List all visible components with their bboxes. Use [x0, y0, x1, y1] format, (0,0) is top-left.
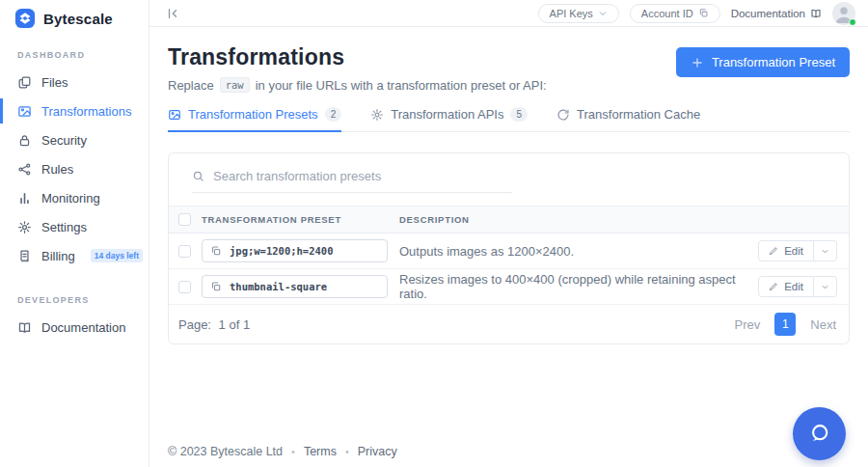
receipt-icon — [17, 249, 32, 263]
copy-icon[interactable] — [210, 245, 222, 257]
refresh-cache-icon — [556, 108, 570, 122]
api-keys-label: API Keys — [550, 8, 593, 19]
row-actions: Edit — [758, 240, 837, 261]
pencil-icon — [769, 246, 778, 256]
brand-name: Bytescale — [43, 11, 113, 27]
sidebar-item-billing[interactable]: Billing 14 days left — [0, 241, 149, 270]
sidebar: Bytescale DASHBOARD Files Transformation… — [0, 0, 149, 467]
edit-label: Edit — [784, 281, 803, 292]
select-all-checkbox[interactable] — [178, 213, 191, 226]
copy-icon — [698, 8, 709, 18]
subtitle-prefix: Replace — [168, 78, 214, 93]
table-row: thumbnail-square Resizes images to 400×4… — [169, 269, 849, 305]
trial-badge: 14 days left — [91, 249, 143, 262]
sidebar-item-files[interactable]: Files — [0, 68, 149, 96]
search-box — [192, 169, 512, 193]
sidebar-item-security[interactable]: Security — [0, 125, 149, 154]
sidebar-item-rules[interactable]: Rules — [0, 154, 149, 183]
tab-label: Transformation APIs — [391, 107, 503, 122]
avatar[interactable] — [832, 2, 855, 25]
edit-dropdown-button[interactable] — [814, 240, 837, 261]
row-checkbox[interactable] — [178, 281, 191, 293]
tab-label: Transformation Cache — [577, 107, 700, 122]
book-icon — [17, 320, 32, 335]
sidebar-item-transformations[interactable]: Transformations — [0, 96, 149, 125]
subtitle-suffix: in your file URLs with a transformation … — [256, 78, 547, 93]
privacy-link[interactable]: Privacy — [358, 445, 397, 458]
terms-link[interactable]: Terms — [304, 445, 337, 458]
pagination: Page: 1 of 1 Prev 1 Next — [169, 305, 849, 343]
help-chat-button[interactable] — [793, 407, 846, 460]
edit-dropdown-button[interactable] — [814, 276, 837, 297]
page-number-button[interactable]: 1 — [774, 313, 796, 336]
brand[interactable]: Bytescale — [0, 0, 149, 29]
online-status-dot — [849, 18, 856, 26]
tab-count-badge: 5 — [510, 107, 528, 122]
files-icon — [17, 75, 32, 90]
tab-transformation-cache[interactable]: Transformation Cache — [556, 107, 700, 131]
next-page-button[interactable]: Next — [810, 317, 836, 332]
sidebar-item-monitoring[interactable]: Monitoring — [0, 183, 149, 212]
sidebar-section-developers: DEVELOPERS — [17, 295, 149, 305]
sidebar-item-label: Settings — [41, 220, 87, 234]
bytescale-logo-icon — [14, 8, 36, 29]
preset-value: thumbnail-square — [230, 281, 327, 292]
footer: © 2023 Bytescale Ltd • Terms • Privacy — [168, 445, 397, 458]
sidebar-section-dashboard: DASHBOARD — [17, 50, 149, 60]
documentation-label: Documentation — [731, 8, 805, 19]
tab-bar: Transformation Presets 2 Transformation … — [168, 107, 850, 132]
sidebar-item-label: Documentation — [41, 320, 125, 335]
share-branch-icon — [17, 162, 32, 177]
collapse-sidebar-icon[interactable] — [166, 7, 179, 20]
column-header-description: DESCRIPTION — [399, 214, 849, 225]
topbar: API Keys Account ID Documentation — [149, 0, 868, 27]
bar-chart-icon — [17, 191, 32, 206]
preset-description: Outputs images as 1200×2400. — [399, 244, 758, 259]
copy-icon[interactable] — [210, 281, 222, 292]
table-header: TRANSFORMATION PRESET DESCRIPTION — [169, 206, 849, 234]
bullet-separator: • — [291, 446, 295, 457]
api-keys-button[interactable]: API Keys — [538, 4, 619, 23]
account-id-label: Account ID — [641, 8, 693, 19]
tab-transformation-presets[interactable]: Transformation Presets 2 — [168, 107, 341, 131]
pencil-icon — [769, 282, 778, 291]
book-icon — [810, 8, 822, 19]
plus-icon — [691, 56, 704, 69]
page-indicator: Page: 1 of 1 — [178, 317, 250, 332]
row-checkbox[interactable] — [178, 245, 191, 258]
tab-transformation-apis[interactable]: Transformation APIs 5 — [370, 107, 528, 131]
presets-card: TRANSFORMATION PRESET DESCRIPTION jpg;w=… — [168, 152, 850, 344]
gear-icon — [17, 220, 32, 234]
add-transformation-preset-button[interactable]: Transformation Preset — [676, 47, 850, 77]
page-title: Transformations — [168, 44, 547, 70]
lock-icon — [17, 133, 32, 148]
search-icon — [192, 170, 204, 182]
main-content: Transformations Replace raw in your file… — [149, 27, 868, 467]
preset-value-box[interactable]: jpg;w=1200;h=2400 — [202, 239, 388, 262]
documentation-link[interactable]: Documentation — [731, 8, 822, 19]
sidebar-item-label: Rules — [41, 162, 73, 177]
page-value: 1 of 1 — [219, 317, 251, 332]
sidebar-item-documentation[interactable]: Documentation — [0, 313, 149, 342]
tab-count-badge: 2 — [325, 107, 342, 122]
account-id-button[interactable]: Account ID — [630, 4, 720, 23]
page-subtitle: Replace raw in your file URLs with a tra… — [168, 77, 547, 93]
sidebar-item-label: Transformations — [41, 104, 131, 119]
edit-button[interactable]: Edit — [758, 240, 814, 261]
copyright-text: © 2023 Bytescale Ltd — [168, 445, 283, 458]
image-icon — [17, 104, 32, 119]
image-icon — [168, 108, 181, 122]
sidebar-item-label: Files — [41, 75, 68, 90]
edit-button[interactable]: Edit — [758, 276, 814, 297]
page-label: Page: — [178, 317, 211, 332]
search-input[interactable] — [213, 169, 512, 183]
chevron-down-icon — [598, 9, 608, 18]
chat-bubble-icon — [806, 421, 832, 447]
preset-value-box[interactable]: thumbnail-square — [202, 275, 388, 298]
prev-page-button[interactable]: Prev — [735, 317, 761, 332]
table-row: jpg;w=1200;h=2400 Outputs images as 1200… — [169, 234, 849, 269]
add-preset-label: Transformation Preset — [712, 55, 835, 69]
preset-value: jpg;w=1200;h=2400 — [230, 245, 333, 257]
sidebar-item-settings[interactable]: Settings — [0, 212, 149, 241]
sidebar-item-label: Security — [41, 133, 87, 148]
